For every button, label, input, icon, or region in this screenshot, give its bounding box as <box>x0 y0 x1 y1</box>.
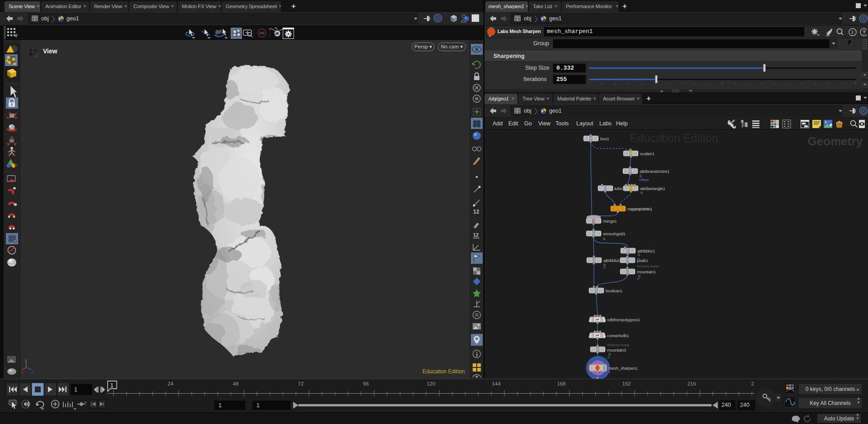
svg-text:48: 48 <box>233 381 239 386</box>
svg-text:mesh_sharpen1: mesh_sharpen1 <box>608 366 637 371</box>
svg-text:192: 192 <box>622 381 631 386</box>
svg-text:P: P <box>637 277 640 281</box>
svg-text:mountain1: mountain1 <box>637 269 656 274</box>
svg-text:scatter1: scatter1 <box>640 151 654 156</box>
svg-text:168: 168 <box>557 381 565 386</box>
svg-text:z: z <box>32 370 33 374</box>
svg-text:1: 1 <box>110 382 114 389</box>
svg-text:12: 12 <box>473 209 479 215</box>
svg-text:convertvdb1: convertvdb1 <box>607 333 629 338</box>
svg-text:24: 24 <box>168 381 174 386</box>
svg-text:x: x <box>21 370 23 374</box>
svg-text:attribwrangle1: attribwrangle1 <box>640 186 665 191</box>
svg-text:y: y <box>25 359 27 362</box>
svg-text:P: P <box>607 356 610 360</box>
svg-text:Offset: Offset <box>639 178 649 182</box>
svg-text:i: i <box>852 29 853 35</box>
svg-text:attribblur2: attribblur2 <box>603 258 621 263</box>
svg-text:Attribute Noise: Attribute Noise <box>637 264 659 268</box>
svg-text:copytopoints1: copytopoints1 <box>627 206 652 211</box>
svg-text:144: 144 <box>492 381 501 386</box>
svg-text:mountain3: mountain3 <box>607 348 626 353</box>
svg-text:boolean1: boolean1 <box>606 288 622 293</box>
svg-text:P: P <box>603 266 606 270</box>
svg-text:vdbfrompolygons1: vdbfrompolygons1 <box>607 317 640 322</box>
svg-text:72: 72 <box>298 381 304 386</box>
svg-text:96: 96 <box>363 381 369 386</box>
svg-text:2: 2 <box>751 381 754 386</box>
svg-text:attribrandomize1: attribrandomize1 <box>640 169 669 174</box>
svg-text:tube1: tube1 <box>614 186 624 191</box>
svg-text:Attribute Noise: Attribute Noise <box>607 343 629 347</box>
svg-text:Geometry: Geometry <box>808 134 863 148</box>
svg-text:box1: box1 <box>600 136 609 141</box>
svg-text:120: 120 <box>427 381 435 386</box>
svg-text:Education Edition: Education Edition <box>630 132 718 144</box>
svg-text:P: P <box>637 257 640 261</box>
svg-text:remeshgrid1: remeshgrid1 <box>603 231 626 236</box>
svg-text:merge1: merge1 <box>603 219 617 224</box>
svg-text:216: 216 <box>687 381 696 386</box>
svg-text:attribblur1: attribblur1 <box>637 248 655 253</box>
svg-text:?: ? <box>863 29 866 35</box>
svg-text:12: 12 <box>473 232 479 238</box>
